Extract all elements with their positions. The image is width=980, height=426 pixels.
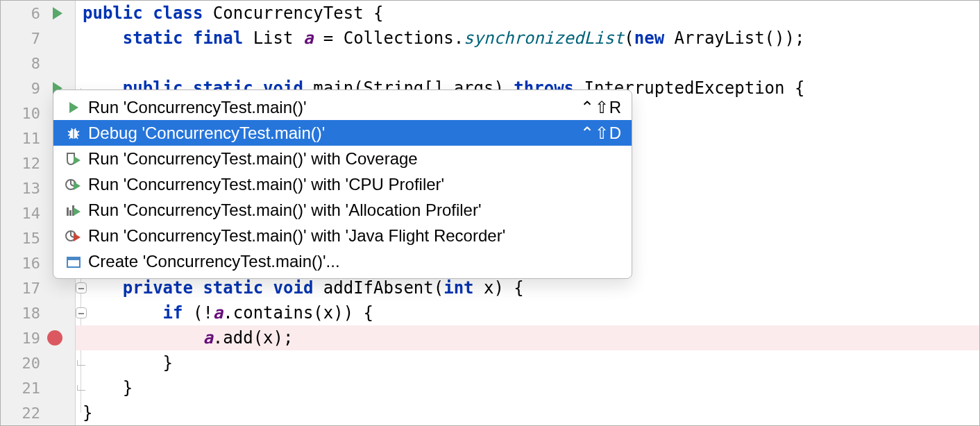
svg-rect-9	[67, 257, 80, 260]
menu-item-label: Run 'ConcurrencyTest.main()' with 'Java …	[88, 226, 622, 246]
code-token: }	[83, 403, 92, 423]
gutter-line-20[interactable]: 20	[1, 350, 75, 375]
line-number: 18	[21, 305, 40, 322]
code-token: ConcurrencyTest {	[213, 3, 384, 23]
code-line-6[interactable]: public class ConcurrencyTest {	[76, 1, 979, 26]
gutter-line-19[interactable]: 19	[1, 325, 75, 350]
menu-item-shortcut: ⌃⇧R	[580, 98, 622, 117]
gutter-line-22[interactable]: 22	[1, 400, 75, 425]
code-token: .add(x);	[213, 328, 294, 348]
code-line-7[interactable]: static final List a = Collections.synchr…	[76, 26, 979, 51]
line-number: 6	[21, 5, 40, 22]
jfr-icon	[63, 229, 84, 243]
menu-item-label: Run 'ConcurrencyTest.main()' with 'CPU P…	[88, 175, 622, 194]
code-line-22[interactable]: }	[76, 400, 979, 425]
menu-item-alloc[interactable]: Run 'ConcurrencyTest.main()' with 'Alloc…	[53, 197, 632, 223]
code-token: a	[213, 303, 223, 323]
code-token: static	[123, 28, 193, 48]
line-number: 14	[21, 205, 40, 222]
alloc-icon	[63, 203, 84, 217]
menu-item-shortcut: ⌃⇧D	[580, 123, 622, 143]
code-token: new	[634, 28, 675, 48]
line-number: 16	[21, 255, 40, 272]
code-token: (	[624, 28, 634, 48]
menu-item-profiler[interactable]: Run 'ConcurrencyTest.main()' with 'CPU P…	[53, 171, 632, 197]
code-token: final	[193, 28, 253, 48]
code-token: synchronizedList	[464, 28, 624, 48]
code-line-18[interactable]: if (!a.contains(x)) {	[76, 300, 979, 325]
gutter-line-18[interactable]: 18	[1, 300, 75, 325]
code-editor: 678910111213141516171819202122 public cl…	[1, 1, 979, 425]
code-token: private	[123, 278, 203, 298]
line-number: 13	[21, 180, 40, 197]
line-number: 21	[21, 380, 40, 397]
menu-item-label: Run 'ConcurrencyTest.main()'	[88, 98, 580, 117]
line-number: 17	[21, 280, 40, 297]
code-token	[83, 328, 203, 348]
create-icon	[63, 255, 84, 269]
code-token: static	[203, 278, 273, 298]
menu-item-label: Run 'ConcurrencyTest.main()' with Covera…	[88, 149, 622, 169]
menu-item-coverage[interactable]: Run 'ConcurrencyTest.main()' with Covera…	[53, 146, 632, 171]
code-line-19[interactable]: a.add(x);	[76, 325, 979, 350]
code-token: a	[303, 28, 313, 48]
code-token: List	[253, 28, 303, 48]
line-number: 22	[21, 404, 40, 422]
menu-item-label: Debug 'ConcurrencyTest.main()'	[88, 123, 580, 143]
gutter-line-21[interactable]: 21	[1, 375, 75, 400]
code-line-17[interactable]: private static void addIfAbsent(int x) {	[76, 275, 979, 300]
line-number: 12	[21, 155, 40, 172]
menu-item-label: Create 'ConcurrencyTest.main()'...	[88, 252, 622, 271]
code-token: }	[83, 378, 133, 398]
line-number: 7	[21, 30, 40, 47]
code-token: void	[273, 278, 323, 298]
menu-item-play[interactable]: Run 'ConcurrencyTest.main()'⌃⇧R	[53, 94, 632, 120]
profiler-icon	[63, 178, 84, 191]
code-token: }	[83, 353, 173, 373]
run-context-menu: Run 'ConcurrencyTest.main()'⌃⇧RDebug 'Co…	[53, 90, 632, 279]
menu-item-bug[interactable]: Debug 'ConcurrencyTest.main()'⌃⇧D	[53, 120, 632, 146]
gutter-line-6[interactable]: 6	[1, 1, 75, 26]
run-gutter-icon[interactable]	[53, 7, 62, 19]
line-number: 20	[21, 355, 40, 372]
code-line-20[interactable]: }	[76, 350, 979, 375]
code-token	[83, 28, 123, 48]
gutter-line-8[interactable]: 8	[1, 51, 75, 76]
line-number: 11	[21, 130, 40, 147]
svg-line-7	[71, 236, 74, 237]
breakpoint-icon[interactable]	[47, 330, 62, 346]
code-token: (!	[193, 303, 213, 323]
menu-item-create[interactable]: Create 'ConcurrencyTest.main()'...	[53, 248, 632, 274]
code-token	[83, 278, 123, 298]
bug-icon	[63, 126, 84, 141]
code-line-21[interactable]: }	[76, 375, 979, 400]
code-token: .contains(x)) {	[223, 303, 373, 323]
play-icon	[63, 101, 84, 114]
svg-line-4	[71, 185, 74, 186]
code-token: a	[203, 328, 212, 348]
code-token: x) {	[484, 278, 524, 298]
line-number: 19	[21, 330, 40, 347]
code-token: ArrayList());	[675, 28, 805, 48]
menu-item-jfr[interactable]: Run 'ConcurrencyTest.main()' with 'Java …	[53, 223, 632, 248]
menu-item-label: Run 'ConcurrencyTest.main()' with 'Alloc…	[88, 201, 622, 220]
code-token: = Collections.	[313, 28, 464, 48]
line-number: 8	[21, 55, 40, 72]
code-token: class	[153, 3, 213, 23]
coverage-icon	[63, 152, 84, 166]
line-number: 15	[21, 230, 40, 247]
gutter-line-17[interactable]: 17	[1, 275, 75, 300]
gutter-line-7[interactable]: 7	[1, 26, 75, 51]
code-token: addIfAbsent(	[323, 278, 443, 298]
code-line-8[interactable]	[76, 51, 979, 76]
line-number: 9	[21, 80, 40, 97]
code-token: public	[83, 3, 153, 23]
code-token: if	[163, 303, 193, 323]
line-number: 10	[21, 105, 40, 122]
code-token	[83, 303, 163, 323]
code-token: int	[443, 278, 484, 298]
